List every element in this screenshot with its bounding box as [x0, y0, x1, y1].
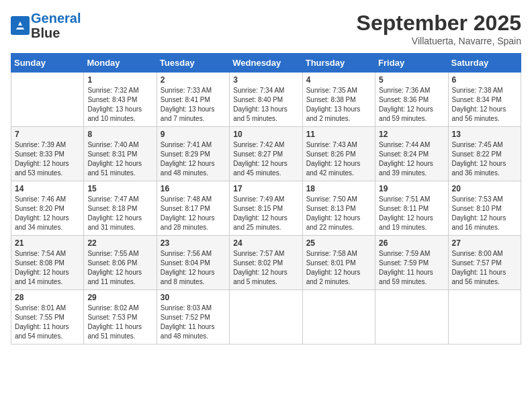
calendar-cell: 16Sunrise: 7:48 AM Sunset: 8:17 PM Dayli… [157, 181, 229, 236]
weekday-header: Friday [375, 54, 448, 73]
day-info: Sunrise: 7:41 AM Sunset: 8:29 PM Dayligh… [161, 140, 226, 178]
day-number: 11 [306, 130, 371, 139]
day-number: 30 [161, 293, 226, 302]
calendar-cell: 10Sunrise: 7:42 AM Sunset: 8:27 PM Dayli… [230, 127, 302, 181]
calendar-cell: 20Sunrise: 7:53 AM Sunset: 8:10 PM Dayli… [448, 181, 521, 236]
day-info: Sunrise: 7:53 AM Sunset: 8:10 PM Dayligh… [452, 195, 517, 232]
calendar-cell: 25Sunrise: 7:58 AM Sunset: 8:01 PM Dayli… [302, 236, 375, 290]
day-number: 8 [87, 130, 152, 139]
day-info: Sunrise: 7:44 AM Sunset: 8:24 PM Dayligh… [379, 140, 444, 178]
calendar-cell: 18Sunrise: 7:50 AM Sunset: 8:13 PM Dayli… [302, 181, 375, 236]
day-info: Sunrise: 7:47 AM Sunset: 8:18 PM Dayligh… [87, 195, 152, 232]
day-number: 29 [87, 293, 152, 302]
day-info: Sunrise: 8:02 AM Sunset: 7:53 PM Dayligh… [87, 304, 152, 341]
day-info: Sunrise: 7:45 AM Sunset: 8:22 PM Dayligh… [452, 140, 517, 178]
day-info: Sunrise: 7:48 AM Sunset: 8:17 PM Dayligh… [161, 195, 226, 232]
calendar-week-row: 7Sunrise: 7:39 AM Sunset: 8:33 PM Daylig… [11, 127, 521, 181]
day-info: Sunrise: 7:35 AM Sunset: 8:38 PM Dayligh… [306, 86, 371, 124]
day-number: 16 [161, 184, 226, 193]
day-info: Sunrise: 7:49 AM Sunset: 8:15 PM Dayligh… [233, 195, 298, 232]
weekday-header: Wednesday [230, 54, 302, 73]
day-info: Sunrise: 7:42 AM Sunset: 8:27 PM Dayligh… [233, 140, 298, 178]
day-number: 19 [379, 184, 444, 193]
calendar-cell: 24Sunrise: 7:57 AM Sunset: 8:02 PM Dayli… [230, 236, 302, 290]
calendar-cell: 26Sunrise: 7:59 AM Sunset: 7:59 PM Dayli… [375, 236, 448, 290]
weekday-header-row: SundayMondayTuesdayWednesdayThursdayFrid… [11, 54, 521, 73]
day-number: 26 [379, 238, 444, 248]
calendar-cell [448, 290, 521, 345]
day-info: Sunrise: 7:43 AM Sunset: 8:26 PM Dayligh… [306, 140, 371, 178]
day-number: 18 [306, 184, 371, 193]
day-info: Sunrise: 7:46 AM Sunset: 8:20 PM Dayligh… [15, 195, 80, 232]
calendar-cell: 6Sunrise: 7:38 AM Sunset: 8:34 PM Daylig… [448, 73, 521, 127]
calendar-cell: 30Sunrise: 8:03 AM Sunset: 7:52 PM Dayli… [157, 290, 229, 345]
calendar-table: SundayMondayTuesdayWednesdayThursdayFrid… [11, 53, 521, 345]
day-number: 15 [87, 184, 152, 193]
day-number: 6 [452, 75, 517, 85]
day-info: Sunrise: 7:51 AM Sunset: 8:11 PM Dayligh… [379, 195, 444, 232]
weekday-header: Sunday [11, 54, 84, 73]
calendar-cell: 21Sunrise: 7:54 AM Sunset: 8:08 PM Dayli… [11, 236, 84, 290]
calendar-week-row: 21Sunrise: 7:54 AM Sunset: 8:08 PM Dayli… [11, 236, 521, 290]
day-number: 10 [233, 130, 298, 139]
page-header: GeneralBlue September 2025 Villatuerta, … [11, 11, 521, 46]
calendar-cell: 23Sunrise: 7:56 AM Sunset: 8:04 PM Dayli… [157, 236, 229, 290]
day-info: Sunrise: 8:01 AM Sunset: 7:55 PM Dayligh… [15, 304, 80, 341]
day-info: Sunrise: 7:33 AM Sunset: 8:41 PM Dayligh… [161, 86, 226, 124]
calendar-cell: 15Sunrise: 7:47 AM Sunset: 8:18 PM Dayli… [84, 181, 157, 236]
logo-text: GeneralBlue [31, 11, 81, 40]
calendar-cell: 12Sunrise: 7:44 AM Sunset: 8:24 PM Dayli… [375, 127, 448, 181]
day-info: Sunrise: 7:50 AM Sunset: 8:13 PM Dayligh… [306, 195, 371, 232]
calendar-cell: 2Sunrise: 7:33 AM Sunset: 8:41 PM Daylig… [157, 73, 229, 127]
calendar-cell [375, 290, 448, 345]
day-info: Sunrise: 8:03 AM Sunset: 7:52 PM Dayligh… [161, 304, 226, 341]
day-number: 28 [15, 293, 80, 302]
day-number: 2 [161, 75, 226, 85]
day-number: 20 [452, 184, 517, 193]
day-number: 22 [87, 238, 152, 248]
calendar-cell: 13Sunrise: 7:45 AM Sunset: 8:22 PM Dayli… [448, 127, 521, 181]
day-number: 5 [379, 75, 444, 85]
calendar-cell: 11Sunrise: 7:43 AM Sunset: 8:26 PM Dayli… [302, 127, 375, 181]
day-info: Sunrise: 8:00 AM Sunset: 7:57 PM Dayligh… [452, 249, 517, 287]
day-number: 1 [87, 75, 152, 85]
day-info: Sunrise: 7:34 AM Sunset: 8:40 PM Dayligh… [233, 86, 298, 124]
calendar-cell: 7Sunrise: 7:39 AM Sunset: 8:33 PM Daylig… [11, 127, 84, 181]
day-info: Sunrise: 7:56 AM Sunset: 8:04 PM Dayligh… [161, 249, 226, 287]
day-number: 3 [233, 75, 298, 85]
day-number: 27 [452, 238, 517, 248]
day-info: Sunrise: 7:55 AM Sunset: 8:06 PM Dayligh… [87, 249, 152, 287]
day-info: Sunrise: 7:32 AM Sunset: 8:43 PM Dayligh… [87, 86, 152, 124]
day-info: Sunrise: 7:57 AM Sunset: 8:02 PM Dayligh… [233, 249, 298, 287]
calendar-week-row: 14Sunrise: 7:46 AM Sunset: 8:20 PM Dayli… [11, 181, 521, 236]
calendar-cell: 17Sunrise: 7:49 AM Sunset: 8:15 PM Dayli… [230, 181, 302, 236]
calendar-cell: 3Sunrise: 7:34 AM Sunset: 8:40 PM Daylig… [230, 73, 302, 127]
calendar-cell: 29Sunrise: 8:02 AM Sunset: 7:53 PM Dayli… [84, 290, 157, 345]
day-number: 24 [233, 238, 298, 248]
calendar-cell: 4Sunrise: 7:35 AM Sunset: 8:38 PM Daylig… [302, 73, 375, 127]
day-number: 14 [15, 184, 80, 193]
calendar-cell: 19Sunrise: 7:51 AM Sunset: 8:11 PM Dayli… [375, 181, 448, 236]
calendar-week-row: 28Sunrise: 8:01 AM Sunset: 7:55 PM Dayli… [11, 290, 521, 345]
day-info: Sunrise: 7:58 AM Sunset: 8:01 PM Dayligh… [306, 249, 371, 287]
svg-rect-2 [15, 26, 26, 28]
day-info: Sunrise: 7:40 AM Sunset: 8:31 PM Dayligh… [87, 140, 152, 178]
calendar-week-row: 1Sunrise: 7:32 AM Sunset: 8:43 PM Daylig… [11, 73, 521, 127]
calendar-cell [230, 290, 302, 345]
calendar-cell: 1Sunrise: 7:32 AM Sunset: 8:43 PM Daylig… [84, 73, 157, 127]
calendar-cell: 9Sunrise: 7:41 AM Sunset: 8:29 PM Daylig… [157, 127, 229, 181]
day-number: 4 [306, 75, 371, 85]
day-info: Sunrise: 7:54 AM Sunset: 8:08 PM Dayligh… [15, 249, 80, 287]
day-info: Sunrise: 7:38 AM Sunset: 8:34 PM Dayligh… [452, 86, 517, 124]
day-number: 7 [15, 130, 80, 139]
calendar-cell: 8Sunrise: 7:40 AM Sunset: 8:31 PM Daylig… [84, 127, 157, 181]
logo-icon [11, 16, 30, 35]
title-area: September 2025 Villatuerta, Navarre, Spa… [357, 11, 521, 46]
calendar-cell [302, 290, 375, 345]
day-info: Sunrise: 7:59 AM Sunset: 7:59 PM Dayligh… [379, 249, 444, 287]
day-number: 13 [452, 130, 517, 139]
weekday-header: Tuesday [157, 54, 229, 73]
calendar-cell: 14Sunrise: 7:46 AM Sunset: 8:20 PM Dayli… [11, 181, 84, 236]
day-number: 12 [379, 130, 444, 139]
calendar-cell: 28Sunrise: 8:01 AM Sunset: 7:55 PM Dayli… [11, 290, 84, 345]
